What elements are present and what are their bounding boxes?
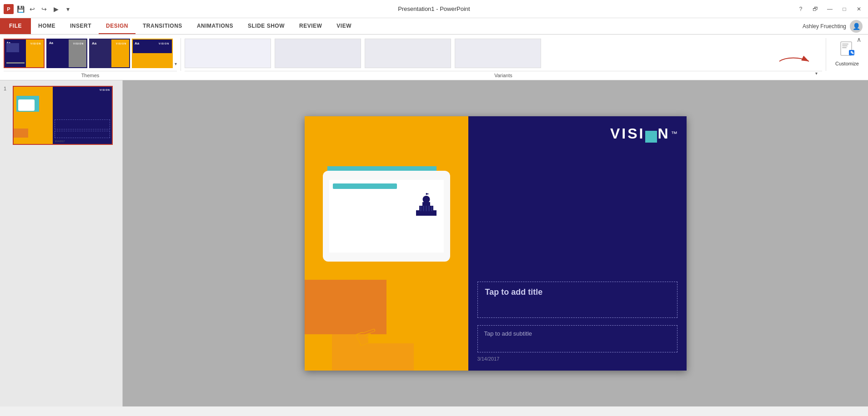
svg-rect-3 bbox=[842, 45, 848, 46]
tab-review[interactable]: REVIEW bbox=[292, 18, 329, 34]
tab-slideshow[interactable]: SLIDE SHOW bbox=[241, 18, 292, 34]
svg-rect-17 bbox=[428, 206, 430, 211]
save-quick-button[interactable]: 💾 bbox=[15, 4, 25, 14]
slide-left: ☞ bbox=[305, 116, 468, 371]
device-screen bbox=[329, 180, 444, 253]
tab-file[interactable]: FILE bbox=[0, 18, 31, 34]
window-title: Presentation1 - PowerPoint bbox=[73, 5, 795, 12]
powerpoint-logo: P bbox=[4, 4, 14, 14]
help-button[interactable]: ? bbox=[795, 4, 806, 15]
theme-2[interactable]: VISION Aa bbox=[46, 39, 87, 68]
main-area: 1 VISION 3/14/2017 bbox=[0, 80, 868, 406]
slide-number-1: 1 bbox=[4, 86, 10, 91]
variant-3[interactable] bbox=[365, 39, 451, 68]
title-placeholder[interactable]: Tap to add title bbox=[477, 282, 677, 318]
slide-right: VISIN™ Tap to add title Tap to add subti… bbox=[468, 116, 687, 371]
theme-4[interactable]: Aa VISION bbox=[132, 39, 173, 68]
variants-group: ▾ Variants bbox=[181, 35, 826, 80]
user-area[interactable]: Ashley Fruechting 👤 bbox=[803, 18, 868, 34]
themes-dropdown-icon: ▾ bbox=[175, 61, 177, 66]
variant-1[interactable] bbox=[185, 39, 271, 68]
theme-1[interactable]: VISION Aa bbox=[4, 39, 45, 68]
tab-transitions[interactable]: TRANSITIONS bbox=[135, 18, 190, 34]
vision-logo: VISIN™ bbox=[477, 125, 677, 143]
device-bar bbox=[333, 183, 397, 189]
ribbon-tabs: FILE HOME INSERT DESIGN TRANSITIONS ANIM… bbox=[0, 18, 868, 35]
themes-more-dropdown[interactable]: ▾ bbox=[175, 39, 177, 68]
themes-section-label: Themes bbox=[4, 71, 177, 80]
collapse-ribbon-button[interactable]: ∧ bbox=[850, 35, 868, 45]
svg-marker-13 bbox=[426, 193, 430, 195]
title-bar-left: P 💾 ↩ ↪ ▶ ▾ bbox=[4, 4, 73, 14]
slide-thumbnail-1[interactable]: VISION 3/14/2017 bbox=[13, 86, 113, 145]
qat-dropdown[interactable]: ▾ bbox=[63, 4, 73, 14]
slide-date: 3/14/2017 bbox=[477, 352, 677, 362]
tab-view[interactable]: VIEW bbox=[329, 18, 359, 34]
variants-dropdown[interactable]: ▾ bbox=[815, 46, 818, 76]
svg-point-11 bbox=[423, 196, 430, 203]
user-name: Ashley Fruechting bbox=[803, 23, 846, 30]
minimize-button[interactable]: — bbox=[824, 4, 835, 15]
tab-design[interactable]: DESIGN bbox=[99, 18, 135, 34]
title-bar-right: ? 🗗 — □ ✕ bbox=[795, 4, 864, 15]
title-bar: P 💾 ↩ ↪ ▶ ▾ Presentation1 - PowerPoint ?… bbox=[0, 0, 868, 18]
svg-rect-18 bbox=[431, 206, 432, 211]
red-arrow-svg bbox=[777, 54, 813, 68]
slide-canvas[interactable]: ☞ VISIN™ Tap to add title Tap to add sub… bbox=[305, 116, 687, 371]
ribbon: FILE HOME INSERT DESIGN TRANSITIONS ANIM… bbox=[0, 18, 868, 80]
svg-rect-4 bbox=[842, 47, 847, 48]
close-button[interactable]: ✕ bbox=[853, 4, 864, 15]
device-frame bbox=[323, 171, 450, 262]
redo-button[interactable]: ↪ bbox=[39, 4, 49, 14]
slides-panel: 1 VISION 3/14/2017 bbox=[0, 80, 123, 406]
tab-animations[interactable]: ANIMATIONS bbox=[190, 18, 241, 34]
svg-text:✎: ✎ bbox=[850, 50, 854, 55]
red-arrow-annotation: ▾ bbox=[777, 46, 818, 76]
theme-3[interactable]: VISION Aa bbox=[89, 39, 130, 68]
slide-item-1: 1 VISION 3/14/2017 bbox=[4, 86, 119, 145]
themes-group: VISION Aa VISION Aa VISION Aa bbox=[0, 35, 181, 80]
undo-button[interactable]: ↩ bbox=[27, 4, 37, 14]
present-button[interactable]: ▶ bbox=[51, 4, 61, 14]
capitol-icon-inner bbox=[413, 192, 440, 219]
svg-rect-2 bbox=[842, 44, 848, 45]
svg-rect-15 bbox=[423, 206, 424, 211]
variants-dropdown-icon: ▾ bbox=[815, 71, 818, 76]
variants-section-label: Variants bbox=[185, 71, 822, 80]
user-avatar: 👤 bbox=[850, 20, 863, 33]
maximize-button[interactable]: □ bbox=[839, 4, 850, 15]
variant-2[interactable] bbox=[275, 39, 361, 68]
subtitle-placeholder[interactable]: Tap to add subtitle bbox=[477, 325, 677, 352]
tab-home[interactable]: HOME bbox=[31, 18, 63, 34]
variant-4[interactable] bbox=[455, 39, 541, 68]
customize-label: Customize bbox=[835, 61, 859, 67]
tab-insert[interactable]: INSERT bbox=[63, 18, 99, 34]
restore-down-button[interactable]: 🗗 bbox=[810, 4, 821, 15]
svg-rect-14 bbox=[420, 206, 421, 211]
svg-rect-16 bbox=[426, 206, 427, 211]
slide-canvas-area: ☞ VISIN™ Tap to add title Tap to add sub… bbox=[123, 80, 868, 406]
